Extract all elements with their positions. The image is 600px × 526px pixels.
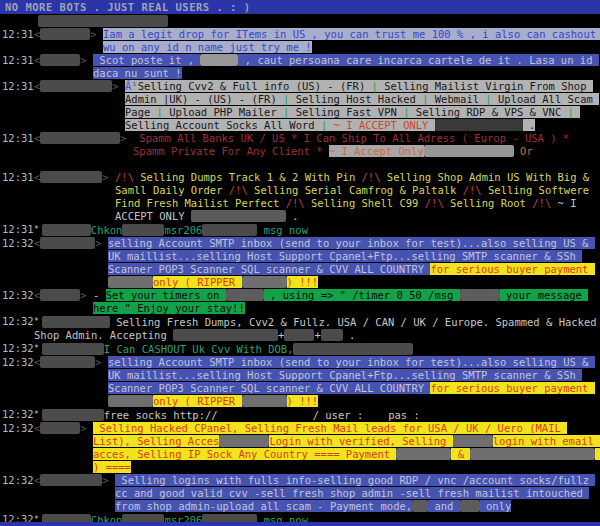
message-body: * Selling Fresh Dumps, Cvv2 & Fullz. USA… [34,315,600,342]
message-body: Â¹Selling Cvv2 & Full info (US) - (FR) |… [125,80,600,132]
timestamp: 12:31 [0,223,34,236]
redacted-text [321,329,343,341]
message-text: Upload PHP Mailer [163,106,283,118]
redacted-nick [40,237,95,249]
redacted-text [219,435,269,447]
chat-log[interactable]: 12:31<> Iam a legit drop for ITems in US… [0,28,600,522]
bottom-bar [0,522,600,526]
message-body: - Set your timers on , using => " /timer… [93,289,600,315]
timestamp: 12:31 [0,54,34,67]
message-text: Chkon [91,514,123,522]
action-star-icon: * [34,344,39,353]
message-text: . [343,329,356,341]
redacted-text [242,276,287,288]
redacted-nick [40,171,102,183]
message-text: I Can CASHOUT Uk Cvv With DOB, [104,343,294,355]
message-text: /!\ [362,171,387,183]
action-star-icon: * [34,317,39,326]
message-body: Spamm All Banks UK / US * I Can Ship To … [133,132,600,158]
message-text: for serious buyer payment [430,263,594,275]
message-text: Selling Shell C99 [311,197,425,209]
action-star-icon: * [34,225,39,234]
chat-line: 12:32<> selling Account SMTP inbox (send… [0,356,600,408]
redacted-text [293,343,413,355]
message-body: *Chkonmsr206 msg now [34,223,600,237]
message-body: *Chkonmsr206 msg now [34,513,600,522]
timestamp: 12:32 [0,513,34,522]
redacted-text [424,145,514,157]
message-text: , using => " /timer 0 50 /msg [264,289,460,301]
message-text: and [428,500,460,512]
message-body: *free socks http:/// user :pas : [34,408,600,422]
message-text: ) !!! [287,395,319,407]
message-text: & [451,448,470,460]
nick-prefix: <> [34,80,125,93]
message-text: - [93,289,106,301]
message-text: /!\ [115,171,140,183]
nick-prefix: <> [34,132,133,145]
chat-line: 12:31<> Scot poste it , , caut persoana … [0,54,600,80]
message-text: Selling RDP & VPS & VNC [409,106,567,118]
message-text: only ( RIPPER [153,276,242,288]
redacted-text [42,514,91,522]
message-text: Chkon [91,224,123,236]
redacted-text [226,289,264,301]
message-text: Webmail [428,93,485,105]
timestamp: 12:31 [0,132,34,145]
message-body: *I Can CASHOUT Uk Cvv With DOB, [34,342,600,356]
message-text: Selling Dumps Track 1 & 2 With Pin [140,171,361,183]
message-text: msg now [257,224,308,236]
redacted-nick [40,80,112,92]
redacted-header-row [0,14,600,28]
message-text: Selling Cvv2 & Full info (US) - (FR) [138,80,372,92]
message-text: msr206 [164,224,202,236]
message-body: selling Account SMTP inbox (send to your… [108,356,600,408]
message-text: /!\ [532,197,557,209]
message-text: | [568,106,574,118]
message-text: /!\ [425,197,450,209]
nick-prefix: <> [34,237,108,250]
redacted-text [453,435,493,447]
chat-line: 12:32<> selling Account SMTP inbox (send… [0,237,600,289]
redacted-text [42,316,110,328]
timestamp: 12:32 [0,422,34,435]
nick-bracket: > [80,54,93,66]
action-star-icon: * [34,515,39,522]
nick-bracket: > [102,474,115,486]
redacted-nick [40,474,102,486]
redacted-nick [40,356,95,368]
timestamp: 12:32 [0,408,34,421]
timestamp: 12:32 [0,315,34,328]
chat-line: 12:31<> Iam a legit drop for ITems in US… [0,28,600,54]
message-text: /!\ [463,184,488,196]
redacted-text [42,224,91,236]
message-text: msr206 [164,514,202,522]
message-text: /!\ [286,197,311,209]
message-text: Selling Root [450,197,532,209]
redacted-text [202,224,257,236]
message-text: / user : [313,409,364,421]
chat-line: 12:32*Chkonmsr206 msg now [0,513,600,522]
redacted-nick [40,54,80,66]
chat-line: 12:31<> Spamm All Banks UK / US * I Can … [0,132,600,158]
chat-line: 12:32*free socks http:/// user :pas : [0,408,600,422]
message-text: . [523,119,536,131]
redacted-nick [40,28,90,40]
nick-prefix: <> [34,28,103,41]
message-body: Selling logins with fulls info-selling g… [115,474,600,513]
message-text: . [286,210,299,222]
message-text: Selling Fast VPN [289,106,403,118]
timestamp: 12:31 [0,80,34,93]
redacted-text [460,500,480,512]
nick-prefix: <> [34,474,115,487]
message-body: selling Account SMTP inbox (send to your… [108,237,600,289]
message-text: Selling Serial Camfrog & Paltalk [254,184,463,196]
redacted-text [412,500,428,512]
redacted-text [38,15,168,27]
redacted-nick [40,422,80,434]
message-text: Scot poste it , [93,54,200,66]
message-text: ~ I Accept Only [329,145,424,157]
redacted-text [173,329,278,341]
nick-bracket: > [95,356,108,368]
message-text: | [157,106,163,118]
